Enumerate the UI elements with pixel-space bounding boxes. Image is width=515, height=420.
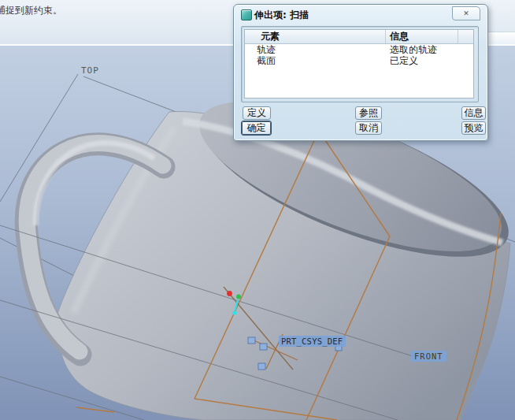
column-header-element[interactable]: 元素 — [245, 30, 385, 43]
ok-button[interactable]: 确定 — [241, 121, 272, 136]
table-row[interactable]: 轨迹 选取的轨迹 — [245, 44, 473, 55]
cell-info[interactable]: 已定义 — [385, 55, 473, 66]
preview-button[interactable]: 预览 — [461, 121, 486, 135]
csys-label-text: PRT_CSYS_DEF — [281, 336, 343, 347]
selection-handle[interactable] — [248, 337, 255, 344]
column-header-info[interactable]: 信息 — [385, 30, 458, 43]
element-table: 元素 信息 轨迹 选取的轨迹 截面 已定义 — [244, 29, 474, 98]
front-label-text: FRONT — [414, 351, 443, 361]
cell-element[interactable]: 轨迹 — [245, 44, 385, 55]
define-button[interactable]: 定义 — [243, 106, 271, 120]
dialog-icon — [241, 9, 252, 20]
selection-handle[interactable] — [260, 344, 267, 350]
close-icon[interactable]: ✕ — [452, 6, 480, 20]
table-header: 元素 信息 — [245, 30, 473, 44]
selection-handle[interactable] — [258, 363, 265, 370]
front-plane-label[interactable]: FRONT — [411, 351, 446, 362]
dialog-title: 伸出项: 扫描 — [254, 9, 309, 22]
sweep-protrusion-dialog: 伸出项: 扫描 ✕ 元素 信息 轨迹 选取的轨迹 截面 已定义 定义 参照 — [233, 4, 488, 141]
cell-element[interactable]: 截面 — [245, 55, 385, 66]
info-button[interactable]: 信息 — [461, 106, 486, 120]
top-plane-label[interactable]: TOP — [81, 65, 99, 76]
green-point-marker — [236, 295, 241, 299]
cyan-point-marker — [232, 310, 236, 314]
status-message: 捕捉到新约束。 — [0, 4, 62, 17]
application-window: TOP FRONT PRT_CSYS_DEF 捕捉到新约束。 伸出项: 扫描 ✕… — [0, 0, 515, 420]
element-panel: 元素 信息 轨迹 选取的轨迹 截面 已定义 — [241, 26, 479, 102]
cell-info[interactable]: 选取的轨迹 — [385, 44, 473, 55]
csys-label[interactable]: PRT_CSYS_DEF — [279, 336, 346, 347]
red-point-marker — [227, 291, 232, 296]
table-row[interactable]: 截面 已定义 — [245, 55, 473, 66]
cancel-button[interactable]: 取消 — [355, 121, 382, 135]
references-button[interactable]: 参照 — [355, 106, 382, 120]
column-header-spare — [458, 30, 473, 43]
